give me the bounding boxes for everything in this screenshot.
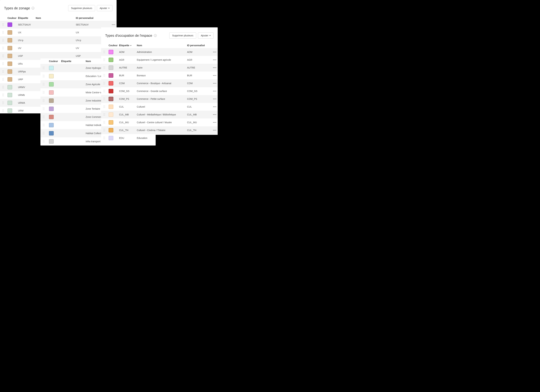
info-icon[interactable]: i [32,7,34,10]
color-swatch[interactable] [7,108,12,113]
color-swatch[interactable] [49,107,54,111]
col-name[interactable]: Nom [36,17,76,19]
table-row[interactable]: UV-pUV-p [0,36,117,44]
color-swatch[interactable] [49,139,54,144]
drag-handle-icon[interactable] [2,78,5,81]
col-label[interactable]: Étiquette [18,17,36,19]
drag-handle-icon[interactable] [2,23,5,26]
table-row[interactable]: COM_PSCommerce - Petite surfaceCOM_PS [101,95,218,103]
drag-handle-icon[interactable] [2,101,5,104]
drag-handle-icon[interactable] [104,137,106,139]
drag-handle-icon[interactable] [104,59,106,61]
more-options-icon[interactable] [213,105,217,109]
drag-handle-icon[interactable] [104,51,106,53]
drag-handle-icon[interactable] [43,107,45,110]
more-options-icon[interactable] [213,128,217,132]
color-swatch[interactable] [7,101,12,105]
color-swatch[interactable] [109,50,113,54]
more-options-icon[interactable] [213,66,217,70]
color-swatch[interactable] [7,85,12,89]
more-options-icon[interactable] [213,73,217,77]
table-row[interactable]: CUL_MBCulturel - Médiathèque / Bibliothè… [101,111,218,119]
drag-handle-icon[interactable] [2,109,5,112]
more-options-icon[interactable] [213,81,217,85]
table-row[interactable]: CUL_THCulturel - Cinéma / ThéatreCUL_TH [101,126,218,134]
drag-handle-icon[interactable] [104,106,106,108]
color-swatch[interactable] [49,90,54,95]
col-name[interactable]: Nom [137,44,187,47]
col-id[interactable]: ID personnalisé [187,44,213,47]
color-swatch[interactable] [7,93,12,97]
color-swatch[interactable] [49,66,54,70]
color-swatch[interactable] [109,120,113,125]
color-swatch[interactable] [109,58,113,62]
table-row[interactable]: COM_GSCommerce - Grande surfaceCOM_GS [101,87,218,95]
more-options-icon[interactable] [213,50,217,54]
color-swatch[interactable] [109,97,113,101]
drag-handle-icon[interactable] [43,67,45,69]
color-swatch[interactable] [7,61,12,66]
drag-handle-icon[interactable] [104,129,106,131]
table-row[interactable]: SECTSAUVSECTSAUV [0,21,117,29]
add-button[interactable]: Ajouter [198,32,214,39]
drag-handle-icon[interactable] [43,116,45,118]
table-row[interactable]: AUTREAutreAUTRE [101,64,218,72]
color-swatch[interactable] [7,54,12,58]
table-row[interactable]: CUL_MUCulturel - Centre culturel / Musée… [101,119,218,126]
color-swatch[interactable] [109,105,113,109]
more-options-icon[interactable] [213,89,217,93]
drag-handle-icon[interactable] [2,47,5,50]
color-swatch[interactable] [109,81,113,85]
drag-handle-icon[interactable] [2,39,5,42]
color-swatch[interactable] [109,89,113,93]
drag-handle-icon[interactable] [43,83,45,86]
color-swatch[interactable] [7,38,12,42]
more-options-icon[interactable] [213,120,217,124]
color-swatch[interactable] [49,131,54,136]
table-row[interactable]: COMCommerce - Boutique - ArtisanatCOM [101,79,218,87]
drag-handle-icon[interactable] [104,90,106,92]
drag-handle-icon[interactable] [104,98,106,100]
delete-multiple-button[interactable]: Supprimer plusieurs [68,5,95,11]
color-swatch[interactable] [49,74,54,78]
more-options-icon[interactable] [213,97,217,101]
color-swatch[interactable] [49,123,54,127]
drag-handle-icon[interactable] [104,121,106,124]
col-label[interactable]: Étiquette [61,60,86,63]
drag-handle-icon[interactable] [104,113,106,116]
drag-handle-icon[interactable] [2,86,5,89]
col-color[interactable]: Couleur [109,44,119,47]
table-row[interactable]: UXUX [0,29,117,36]
drag-handle-icon[interactable] [2,94,5,96]
color-swatch[interactable] [7,46,12,50]
col-color[interactable]: Couleur [49,60,61,63]
table-row[interactable]: AGREquipement / Logement agricoleAGR [101,56,218,64]
drag-handle-icon[interactable] [43,132,45,135]
drag-handle-icon[interactable] [104,66,106,69]
drag-handle-icon[interactable] [104,74,106,77]
table-row[interactable]: UVUV [0,44,117,52]
drag-handle-icon[interactable] [2,55,5,57]
color-swatch[interactable] [109,112,113,117]
color-swatch[interactable] [7,77,12,82]
color-swatch[interactable] [109,136,113,140]
color-swatch[interactable] [7,30,12,35]
info-icon[interactable]: i [154,34,157,37]
drag-handle-icon[interactable] [43,99,45,102]
color-swatch[interactable] [49,98,54,103]
color-swatch[interactable] [7,69,12,74]
color-swatch[interactable] [109,128,113,132]
drag-handle-icon[interactable] [104,82,106,85]
col-id[interactable]: ID personnalisé [76,17,111,19]
add-button[interactable]: Ajouter [97,5,112,11]
drag-handle-icon[interactable] [43,75,45,77]
color-swatch[interactable] [49,82,54,86]
drag-handle-icon[interactable] [43,140,45,143]
color-swatch[interactable] [109,65,113,70]
col-label[interactable]: Étiquette [119,44,137,47]
color-swatch[interactable] [7,22,12,27]
table-row[interactable]: CULCulturelCUL [101,103,218,111]
drag-handle-icon[interactable] [43,124,45,126]
table-row[interactable]: BURBureauxBUR [101,72,218,79]
drag-handle-icon[interactable] [2,70,5,73]
